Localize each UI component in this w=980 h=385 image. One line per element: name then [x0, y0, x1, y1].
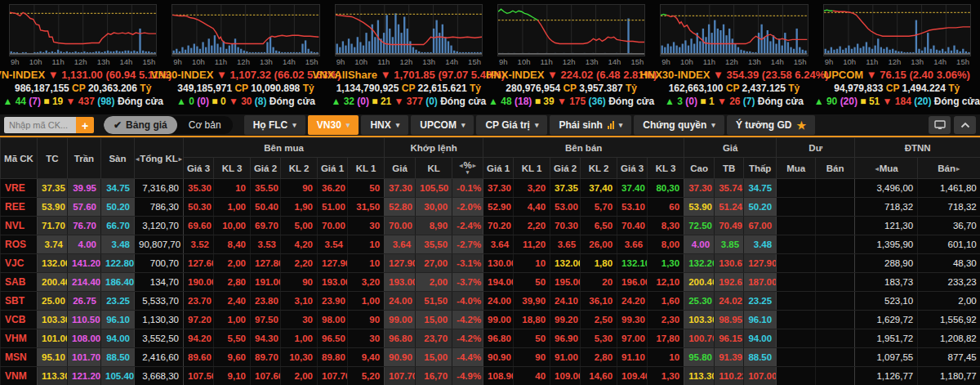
cell-dban: [816, 367, 855, 385]
basic-view-toggle-off[interactable]: Cơ bản: [177, 119, 233, 131]
advancers-count: 0: [189, 96, 197, 107]
table-row: VRE37.3539.9534.757,316,8035.301035.5090…: [1, 179, 980, 198]
tab-cp-giá-trị[interactable]: CP Giá trị▾: [476, 115, 547, 135]
col-header-remain-buy[interactable]: Mua: [777, 158, 816, 179]
down-arrow-icon: ▼: [213, 69, 229, 81]
up-arrow-icon: ▲: [2, 96, 15, 107]
cell-mg: 70.00: [385, 217, 416, 235]
cell-sg2: 96.90: [550, 329, 581, 348]
index-volume-line: 280,976,954 CP 3,957.387 Tỷ: [506, 83, 637, 94]
axis-tick: 14h: [120, 57, 133, 66]
cell-bk3: 1,00: [214, 198, 251, 217]
tab-ý-tưởng-gd[interactable]: Ý tưởng GD★: [727, 115, 815, 135]
cell-sk3: 60: [648, 198, 684, 217]
cell-vol: 5,533,70: [135, 292, 184, 311]
col-header-total-volume[interactable]: ◂Tổng KL▸: [135, 138, 184, 179]
symbol-cell[interactable]: ROS: [1, 235, 38, 254]
symbol-cell[interactable]: NVL: [1, 217, 38, 235]
cell-tc: 3.74: [38, 235, 68, 254]
board-view-toggle-on[interactable]: ✔ Bảng giá: [104, 116, 177, 134]
col-header-avg[interactable]: TB: [715, 158, 744, 179]
cell-sk1: 39,90: [514, 292, 550, 311]
tab-chứng-quyền[interactable]: Chứng quyền▾: [634, 115, 724, 135]
tab-phái-sinh[interactable]: Phái sinh▾: [550, 115, 631, 135]
index-panel[interactable]: 9h10h11h12h13h14h15hVN30-INDEX ▼ 1,107.3…: [164, 4, 327, 114]
col-header-low[interactable]: Thấp: [744, 158, 777, 179]
col-header-ask-price3[interactable]: Giá 3: [617, 158, 648, 179]
cell-bg1: 127.90: [318, 254, 348, 273]
cell-nban: 48,30: [918, 254, 980, 273]
col-header-floor[interactable]: Sàn: [101, 138, 135, 179]
col-header-ask-vol3[interactable]: KL 3: [648, 158, 684, 179]
col-header-ask-price1[interactable]: Giá 1: [483, 158, 514, 179]
symbol-cell[interactable]: VRE: [1, 179, 38, 198]
symbol-cell[interactable]: MSN: [1, 348, 38, 367]
index-panel[interactable]: 9h10h11h12h13h14h15hUPCOM ▼ 76.15 (2.40 …: [816, 4, 978, 114]
symbol-cell[interactable]: VCB: [1, 311, 38, 329]
decliners-count: 184: [895, 96, 914, 107]
cell-bg2: 3.53: [251, 235, 281, 254]
ceiling-count: (20): [840, 96, 861, 107]
col-header-bid-vol3[interactable]: KL 3: [214, 158, 251, 179]
col-header-ask-vol1[interactable]: KL 1: [514, 158, 550, 179]
symbol-cell[interactable]: VHM: [1, 329, 38, 348]
symbol-cell[interactable]: SAB: [1, 273, 38, 292]
col-header-matched-price[interactable]: Giá: [385, 158, 416, 179]
cell-cao: 4.00: [684, 235, 715, 254]
cell-sk3: 8,30: [648, 217, 684, 235]
check-icon: ✔: [114, 119, 122, 131]
cell-mg: 107.70: [385, 367, 416, 385]
col-header-matched-vol[interactable]: KL: [416, 158, 452, 179]
axis-tick: 10h: [518, 57, 531, 66]
cell-mk: 23,70: [416, 329, 452, 348]
col-header-foreign-buy[interactable]: ◂Mua: [855, 158, 918, 179]
cell-sg1: 130.00: [483, 254, 514, 273]
tab-hnx[interactable]: HNX▾: [361, 115, 408, 135]
symbol-cell[interactable]: SBT: [1, 292, 38, 311]
tab-upcom[interactable]: UPCOM▾: [411, 115, 474, 135]
search-input[interactable]: [4, 117, 76, 133]
cell-bg2: 50.40: [251, 198, 281, 217]
index-summary: UPCOM ▼ 76.15 (2.40 3.06%): [824, 69, 970, 81]
col-header-bid-price2[interactable]: Giá 2: [251, 158, 281, 179]
tab-họ-flc[interactable]: Họ FLC▾: [244, 115, 305, 135]
col-header-tc[interactable]: TC: [38, 138, 68, 179]
index-panel[interactable]: 9h10h11h12h13h14h15hHNX-INDEX ▼ 224.02 (…: [490, 4, 653, 114]
tab-vn30[interactable]: VN30▾: [308, 115, 359, 135]
symbol-cell[interactable]: VNM: [1, 367, 38, 385]
cell-bk1: 30: [348, 329, 385, 348]
col-header-high[interactable]: Cao: [684, 158, 715, 179]
col-header-ask-price2[interactable]: Giá 2: [550, 158, 581, 179]
cell-sk1: 3,20: [514, 179, 550, 198]
index-value: 1,107.32: [229, 69, 274, 81]
col-header-foreign-sell[interactable]: Bán▸: [918, 158, 980, 179]
index-panel[interactable]: 9h10h11h12h13h14h15hVNXAllShare ▼ 1,701.…: [327, 4, 490, 114]
cell-bg1: 107.70: [318, 367, 348, 385]
cell-vol: 134,70: [135, 273, 184, 292]
tab-label: Phái sinh: [559, 119, 602, 131]
cell-bk3: 1,00: [214, 311, 251, 329]
col-header-bid-vol2[interactable]: KL 2: [281, 158, 318, 179]
display-mode-button[interactable]: [929, 116, 951, 134]
group-header-ask: Bên bán: [483, 138, 684, 158]
symbol-cell[interactable]: REE: [1, 198, 38, 217]
index-panel[interactable]: 9h10h11h12h13h14h15hVN-INDEX ▼ 1,131.00 …: [2, 4, 164, 114]
col-header-bid-price1[interactable]: Giá 1: [318, 158, 348, 179]
index-panel[interactable]: 9h10h11h12h13h14h15hHNX30-INDEX ▼ 354.39…: [653, 4, 815, 114]
collapse-panel-button[interactable]: [954, 116, 976, 134]
symbol-cell[interactable]: VJC: [1, 254, 38, 273]
col-header-bid-vol1[interactable]: KL 1: [348, 158, 385, 179]
col-header-bid-price3[interactable]: Giá 3: [184, 158, 214, 179]
tab-label: VN30: [317, 119, 341, 131]
axis-tick: 13h: [97, 57, 110, 66]
col-header-remain-sell[interactable]: Bán: [816, 158, 855, 179]
session-status: Đóng cửa: [118, 96, 163, 107]
cell-bk1: 90: [348, 311, 385, 329]
cell-thap: 187.00: [744, 273, 777, 292]
col-header-ask-vol2[interactable]: KL 2: [581, 158, 617, 179]
add-symbol-button[interactable]: +: [76, 117, 94, 133]
col-header-ceiling[interactable]: Trần: [68, 138, 101, 179]
col-header-percent[interactable]: ◂%▸ ▾: [452, 158, 483, 179]
cell-bk2: 30: [281, 311, 318, 329]
col-header-symbol[interactable]: Mã CK: [1, 138, 38, 179]
